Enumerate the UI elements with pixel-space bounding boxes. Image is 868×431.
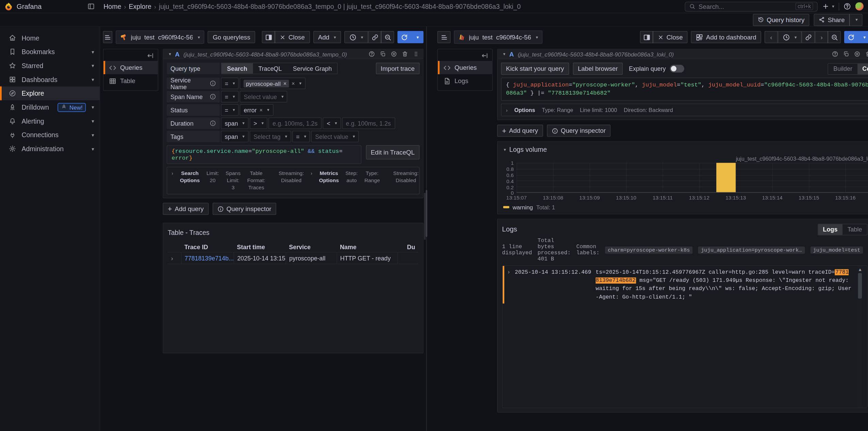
span-name-operator[interactable]: =▾: [221, 91, 239, 102]
query-options-summary[interactable]: › Options Type: Range Line limit: 1000 D…: [501, 104, 868, 116]
time-picker-button[interactable]: ▾: [344, 31, 368, 43]
split-button[interactable]: [262, 31, 275, 43]
col-duration[interactable]: Du: [397, 242, 419, 253]
duration-lt-operator[interactable]: <▾: [323, 117, 341, 129]
status-value[interactable]: error ×▾: [240, 104, 273, 116]
time-forward-button[interactable]: ›: [815, 31, 828, 43]
datasource-picker-loki[interactable]: juju_test_c960f94c-5603-48b4-8ba8-9076bd…: [454, 30, 542, 44]
col-start-time[interactable]: Start time: [234, 242, 286, 253]
refresh-caret-button[interactable]: ▾: [410, 31, 424, 43]
query-row-header[interactable]: ▾ A (juju_test_c960f94c-5603-48b4-8ba8-9…: [498, 49, 868, 59]
explain-query-toggle[interactable]: [670, 65, 684, 73]
log-volume-bar[interactable]: [716, 163, 736, 192]
sidebar-item-home[interactable]: Home: [0, 31, 100, 45]
collapse-query-icon[interactable]: ▾: [503, 51, 506, 57]
new-button[interactable]: ▾: [822, 3, 834, 10]
logql-query-input[interactable]: { juju_application="pyroscope-worker", j…: [501, 78, 868, 101]
content-nav-queries[interactable]: Queries: [438, 61, 492, 74]
refresh-caret-button[interactable]: ▾: [857, 31, 868, 43]
tab-service-graph[interactable]: Service Graph: [288, 63, 338, 74]
zoom-out-button[interactable]: [381, 31, 394, 43]
log-row[interactable]: › 2025-10-14 13:15:12.469 ts=2025-10-14T…: [503, 266, 867, 304]
clear-icon[interactable]: ×: [260, 107, 263, 113]
query-help-icon[interactable]: [369, 51, 375, 57]
add-query-button[interactable]: +Add query: [497, 125, 543, 137]
scroll-up-arrow[interactable]: ▲: [857, 266, 863, 272]
link-button[interactable]: [368, 31, 381, 43]
query-row-header[interactable]: ▾ A (juju_test_c960f94c-5603-48b4-8ba8-9…: [163, 49, 423, 59]
refresh-button[interactable]: [844, 31, 857, 43]
duration-min-input[interactable]: e.g. 100ms, 1.2s: [269, 117, 322, 129]
sidebar-item-administration[interactable]: Administration▾: [0, 142, 100, 156]
sidebar-item-alerting[interactable]: Alerting▾: [0, 114, 100, 128]
remove-query-icon[interactable]: [865, 51, 868, 57]
status-operator[interactable]: =▾: [221, 104, 239, 116]
refresh-button[interactable]: [397, 31, 411, 43]
dock-menu-icon[interactable]: [87, 3, 95, 10]
add-button[interactable]: Add▾: [313, 31, 341, 43]
query-inspector-button[interactable]: Query inspector: [213, 203, 276, 215]
col-name[interactable]: Name: [337, 242, 397, 253]
breadcrumb-home[interactable]: Home: [103, 2, 121, 10]
close-pane-button[interactable]: Close: [275, 31, 310, 43]
span-name-value[interactable]: Select value▾: [240, 91, 288, 102]
share-button[interactable]: Share: [814, 14, 850, 26]
query-history-button[interactable]: Query history: [753, 14, 809, 26]
disable-query-icon[interactable]: [854, 51, 861, 57]
kick-start-button[interactable]: Kick start your query: [501, 63, 569, 75]
add-to-dashboard-button[interactable]: Add to dashboard: [691, 31, 761, 43]
collapse-query-icon[interactable]: ▾: [169, 51, 171, 57]
tags-value-select[interactable]: Select value▾: [311, 131, 359, 142]
content-nav-logs[interactable]: Logs: [438, 74, 492, 87]
sidebar-item-starred[interactable]: Starred▾: [0, 59, 100, 73]
duplicate-query-icon[interactable]: [843, 51, 849, 57]
service-name-value[interactable]: pyroscope-all× ×▾: [240, 78, 305, 89]
expand-log-icon[interactable]: ›: [504, 268, 510, 302]
query-help-icon[interactable]: [832, 51, 838, 57]
clear-icon[interactable]: ×: [292, 80, 295, 86]
user-avatar[interactable]: [855, 2, 864, 11]
breadcrumb-explore[interactable]: Explore: [129, 2, 151, 10]
mode-builder[interactable]: Builder: [829, 63, 857, 74]
tags-tag-select[interactable]: Select tag▾: [250, 131, 291, 142]
edit-in-traceql-button[interactable]: Edit in TraceQL: [366, 145, 420, 159]
go-queryless-button[interactable]: Go queryless: [208, 31, 256, 43]
datasource-picker-tempo[interactable]: juju_test_c960f94c-5603-48b4-8ba8-9076bd…: [116, 30, 204, 44]
query-rows-button[interactable]: [437, 31, 451, 43]
sidebar-item-explore[interactable]: Explore: [0, 86, 100, 100]
search-input[interactable]: Search... ctrl+k: [685, 1, 817, 11]
query-options-summary[interactable]: › Search Options Limit: 20 Spans Limit: …: [167, 167, 420, 195]
sidebar-item-connections[interactable]: Connections▾: [0, 128, 100, 142]
tags-operator[interactable]: =▾: [292, 131, 310, 142]
logs-scrollbar[interactable]: ▲: [857, 266, 863, 408]
sidebar-item-dashboards[interactable]: Dashboards▾: [0, 73, 100, 86]
sidebar-item-drilldown[interactable]: DrilldownNew!▾: [0, 100, 100, 114]
content-nav-table[interactable]: Table: [103, 74, 158, 87]
col-service[interactable]: Service: [285, 242, 337, 253]
collapse-sidebar-icon[interactable]: [147, 52, 154, 59]
share-caret-button[interactable]: ▾: [849, 14, 863, 26]
query-inspector-button[interactable]: Query inspector: [547, 125, 610, 137]
drag-handle-icon[interactable]: [413, 51, 419, 57]
col-trace-id[interactable]: Trace ID: [181, 242, 234, 253]
link-button[interactable]: [802, 31, 815, 43]
add-query-button[interactable]: +Add query: [163, 203, 209, 215]
tab-search[interactable]: Search: [222, 63, 253, 74]
expand-row-icon[interactable]: ›: [171, 255, 173, 262]
duration-max-input[interactable]: e.g. 100ms, 1.2s: [342, 117, 395, 129]
tab-traceql[interactable]: TraceQL: [253, 63, 288, 74]
mode-code[interactable]: Code: [857, 63, 868, 74]
zoom-out-button[interactable]: [828, 31, 841, 43]
close-pane-button[interactable]: Close: [653, 31, 688, 43]
split-button[interactable]: [640, 31, 653, 43]
duration-scope[interactable]: span▾: [221, 117, 248, 129]
label-browser-button[interactable]: Label browser: [573, 63, 623, 75]
remove-chip-icon[interactable]: ×: [283, 80, 287, 86]
logs-view-table[interactable]: Table: [842, 224, 867, 235]
remove-query-icon[interactable]: [402, 51, 408, 57]
collapse-section-icon[interactable]: ▾: [504, 147, 506, 153]
duplicate-query-icon[interactable]: [380, 51, 386, 57]
content-nav-queries[interactable]: Queries: [103, 61, 158, 74]
trace-id-link[interactable]: 77818139e714b...: [185, 255, 234, 262]
scrollbar-thumb[interactable]: [858, 273, 862, 299]
